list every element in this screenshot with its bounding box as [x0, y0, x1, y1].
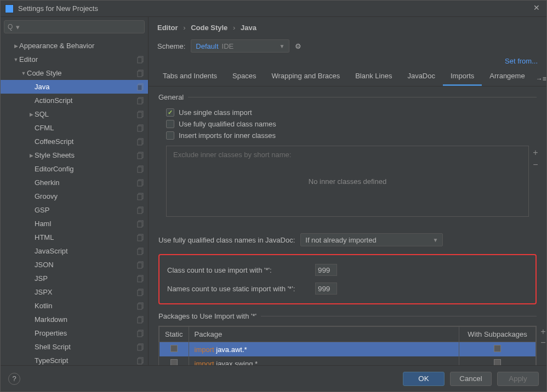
table-row[interactable]: import javax.swing.*: [159, 356, 536, 365]
col-package[interactable]: Package: [189, 327, 459, 342]
sidebar-item-actionscript[interactable]: ActionScript: [1, 94, 148, 107]
tab-tabs-and-indents[interactable]: Tabs and Indents: [155, 67, 225, 86]
sidebar-item-json[interactable]: JSON: [1, 258, 148, 272]
breadcrumb-code-style[interactable]: Code Style: [191, 24, 227, 32]
scheme-select[interactable]: Default IDE ▼: [191, 39, 289, 53]
tab-overflow-icon[interactable]: →≡: [533, 72, 546, 86]
sidebar-item-kotlin[interactable]: Kotlin: [1, 299, 148, 313]
chevron-right-icon: ›: [183, 24, 185, 32]
sidebar-item-appearance-behavior[interactable]: ▶Appearance & Behavior: [1, 39, 148, 53]
breadcrumb-editor[interactable]: Editor: [157, 24, 178, 32]
sidebar-item-sql[interactable]: ▶SQL: [1, 107, 148, 121]
apply-button[interactable]: Apply: [497, 372, 539, 386]
tree-arrow-icon: ▶: [28, 153, 35, 158]
insert-imports-inner-checkbox[interactable]: [166, 131, 174, 140]
packages-group: Packages to Use Import with '*' Static P…: [158, 312, 537, 365]
help-icon[interactable]: ?: [8, 373, 20, 385]
sidebar-item-code-style[interactable]: ▼Code Style: [1, 66, 148, 80]
sidebar-item-javascript[interactable]: JavaScript: [1, 244, 148, 258]
tab-wrapping-and-braces[interactable]: Wrapping and Braces: [264, 67, 347, 86]
sidebar-item-shell-script[interactable]: Shell Script: [1, 340, 148, 354]
tree-arrow-icon: ▼: [20, 71, 27, 76]
svg-rect-7: [138, 99, 142, 104]
table-row[interactable]: import java.awt.*: [159, 342, 536, 357]
tab-blank-lines[interactable]: Blank Lines: [347, 67, 400, 86]
remove-package-button[interactable]: −: [538, 338, 546, 348]
svg-rect-17: [138, 167, 142, 172]
search-icon: Q: [8, 23, 13, 31]
tree-item-label: JSON: [35, 261, 137, 269]
chevron-down-icon: ▼: [432, 237, 438, 243]
sidebar-item-gsp[interactable]: GSP: [1, 203, 148, 217]
sidebar-item-gherkin[interactable]: Gherkin: [1, 176, 148, 189]
breadcrumb-java: Java: [241, 24, 257, 32]
packages-table-wrap: Static Package With Subpackages import j…: [158, 326, 537, 365]
use-fully-qualified-checkbox[interactable]: [166, 120, 174, 128]
svg-rect-19: [138, 181, 142, 186]
insert-imports-inner-label: Insert imports for inner classes: [179, 131, 276, 140]
svg-rect-1: [138, 57, 142, 63]
tabs: Tabs and IndentsSpacesWrapping and Brace…: [149, 67, 546, 87]
sidebar-item-jspx[interactable]: JSPX: [1, 285, 148, 299]
tab-spaces[interactable]: Spaces: [225, 67, 264, 86]
svg-rect-45: [138, 359, 142, 364]
set-from-link[interactable]: Set from...: [505, 57, 538, 65]
subpackages-checkbox[interactable]: [494, 345, 501, 352]
gear-icon[interactable]: ⚙: [295, 42, 301, 50]
copy-icon: [137, 275, 145, 283]
sidebar-item-cfml[interactable]: CFML: [1, 121, 148, 135]
svg-rect-35: [138, 290, 142, 296]
sidebar-item-html[interactable]: HTML: [1, 230, 148, 244]
add-package-button[interactable]: +: [538, 327, 546, 337]
tab-imports[interactable]: Imports: [443, 67, 482, 86]
tab-arrangeme[interactable]: Arrangeme: [482, 67, 532, 86]
ok-button[interactable]: OK: [403, 372, 445, 386]
tree-item-label: GSP: [35, 206, 137, 214]
sidebar-item-typescript[interactable]: TypeScript: [1, 354, 148, 365]
cancel-button[interactable]: Cancel: [450, 372, 492, 386]
javadoc-fqcn-value: If not already imported: [305, 236, 376, 244]
tree-arrow-icon: ▶: [28, 112, 35, 117]
subpackages-checkbox[interactable]: [494, 359, 501, 365]
remove-button[interactable]: −: [531, 160, 540, 170]
imports-panel: General Use single class import Use full…: [149, 87, 546, 365]
close-icon[interactable]: ✕: [531, 3, 542, 14]
static-checkbox[interactable]: [170, 359, 178, 365]
breadcrumb: Editor › Code Style › Java: [149, 17, 546, 35]
sidebar-item-jsp[interactable]: JSP: [1, 272, 148, 285]
sidebar-item-haml[interactable]: Haml: [1, 217, 148, 230]
sidebar-item-java[interactable]: Java: [1, 80, 148, 94]
exclude-inner-classes-box[interactable]: Exclude inner classes by short name: No …: [166, 146, 529, 217]
static-checkbox[interactable]: [170, 345, 178, 352]
sidebar-item-editor[interactable]: ▼Editor: [1, 53, 148, 66]
exclude-empty-text: No inner classes defined: [309, 177, 386, 186]
svg-rect-5: [138, 85, 142, 90]
sidebar-item-editorconfig[interactable]: EditorConfig: [1, 162, 148, 176]
tree-item-label: JavaScript: [35, 247, 137, 255]
tab-javadoc[interactable]: JavaDoc: [400, 67, 443, 86]
use-single-class-import-checkbox[interactable]: [166, 108, 174, 117]
col-static[interactable]: Static: [159, 327, 189, 342]
copy-icon: [137, 152, 145, 159]
javadoc-fqcn-select[interactable]: If not already imported ▼: [300, 233, 443, 246]
names-count-input[interactable]: [315, 283, 337, 295]
class-count-input[interactable]: [315, 264, 337, 276]
footer: ? OK Cancel Apply: [1, 365, 546, 391]
sidebar-item-properties[interactable]: Properties: [1, 326, 148, 340]
add-button[interactable]: +: [531, 148, 540, 158]
sidebar-item-style-sheets[interactable]: ▶Style Sheets: [1, 148, 148, 162]
copy-icon: [137, 261, 145, 269]
sidebar: Q ▾ ▶Appearance & Behavior▼Editor▼Code S…: [1, 17, 149, 365]
col-subpackages[interactable]: With Subpackages: [459, 327, 536, 342]
tree-item-label: SQL: [35, 110, 137, 118]
sidebar-item-markdown[interactable]: Markdown: [1, 313, 148, 326]
tree-item-label: CoffeeScript: [35, 137, 137, 146]
sidebar-item-coffeescript[interactable]: CoffeeScript: [1, 135, 148, 148]
search-input[interactable]: Q ▾: [4, 20, 145, 33]
svg-rect-37: [138, 304, 142, 309]
sidebar-item-groovy[interactable]: Groovy: [1, 189, 148, 203]
package-cell: import java.awt.*: [189, 342, 459, 357]
highlight-box: Class count to use import with '*': Name…: [158, 254, 537, 304]
tree-item-label: TypeScript: [35, 356, 137, 365]
copy-icon: [137, 97, 145, 105]
